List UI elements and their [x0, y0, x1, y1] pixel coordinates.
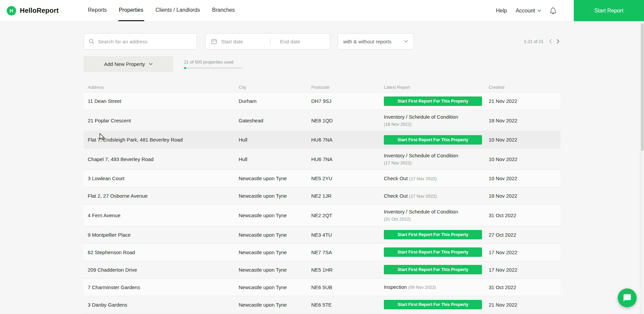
- latest-report-cell: Start First Report For This Property: [384, 132, 486, 148]
- start-first-report-button[interactable]: Start First Report For This Property: [384, 300, 482, 309]
- add-new-property-button[interactable]: Add New Property: [84, 56, 173, 72]
- created-cell: 17 Nov 2022: [489, 263, 560, 277]
- report-name: Check Out: [384, 175, 408, 181]
- brand-name: HelloReport: [20, 7, 59, 14]
- table-row[interactable]: 21 Poplar Crescent Gateshead NE8 1QD Inv…: [84, 110, 560, 131]
- nav-right-group: Help Account Start Report: [496, 0, 644, 21]
- brand[interactable]: H HelloReport: [0, 0, 59, 21]
- chat-widget-button[interactable]: [618, 288, 637, 307]
- table-row[interactable]: 209 Chadderton Drive Newcastle upon Tyne…: [84, 261, 560, 278]
- nav-item-branches[interactable]: Branches: [211, 0, 236, 21]
- pagination-count: 1-21 of 21: [524, 39, 544, 44]
- column-header-city: City: [239, 85, 311, 90]
- latest-report-cell: Inventory / Schedule of Condition (18 No…: [384, 110, 486, 131]
- city-cell: Newcastle upon Tyne: [239, 245, 311, 259]
- latest-report-cell: Start First Report For This Property: [384, 262, 486, 278]
- nav-item-properties[interactable]: Properties: [118, 0, 144, 21]
- postcode-cell: HU6 7NA: [311, 152, 384, 166]
- postcode-cell: NE5 1HR: [311, 263, 384, 277]
- vertical-scrollbar[interactable]: [640, 22, 644, 314]
- search-input[interactable]: [98, 39, 192, 44]
- created-cell: 18 Nov 2022: [489, 114, 560, 127]
- created-cell: 18 Nov 2022: [489, 189, 560, 203]
- search-icon: [89, 39, 94, 44]
- table-row[interactable]: 3 Danby Gardens Newcastle upon Tyne NE6 …: [84, 296, 560, 313]
- nav-item-clients-landlords[interactable]: Clients / Landlords: [155, 0, 201, 21]
- start-report-button[interactable]: Start Report: [574, 0, 644, 21]
- created-cell: 10 Nov 2022: [489, 171, 560, 185]
- date-range-picker[interactable]: Start date | End date: [205, 33, 330, 49]
- start-first-report-button[interactable]: Start First Report For This Property: [384, 135, 482, 145]
- report-date: (17 Nov 2022): [384, 160, 411, 165]
- account-menu[interactable]: Account: [516, 8, 541, 14]
- chevron-down-icon: [404, 40, 408, 43]
- start-date-field[interactable]: Start date: [221, 39, 266, 44]
- postcode-cell: HU6 7NA: [311, 133, 384, 147]
- address-cell: 3 Danby Gardens: [88, 298, 239, 312]
- postcode-cell: DH7 9SJ: [311, 94, 384, 108]
- table-row[interactable]: Chapel 7, 493 Beverley Road Hull HU6 7NA…: [84, 148, 560, 169]
- report-date: (18 Nov 2022): [384, 122, 411, 127]
- city-cell: Newcastle upon Tyne: [239, 263, 311, 277]
- latest-report-cell: Check Out (17 Nov 2022): [384, 189, 486, 203]
- table-row[interactable]: 7 Charminster Gardens Newcastle upon Tyn…: [84, 278, 560, 296]
- table-row[interactable]: 3 Lowlean Court Newcastle upon Tyne NE5 …: [84, 169, 560, 187]
- nav-item-reports[interactable]: Reports: [87, 0, 108, 21]
- table-row[interactable]: Flat 7, Endsleigh Park, 481 Beverley Roa…: [84, 131, 560, 148]
- report-date: (17 Nov 2022): [409, 194, 437, 199]
- notification-bell-icon[interactable]: [550, 7, 556, 14]
- top-navbar: H HelloReport Reports Properties Clients…: [0, 0, 644, 22]
- add-new-property-label: Add New Property: [104, 61, 145, 67]
- postcode-cell: NE6 5UB: [311, 280, 384, 294]
- address-cell: 3 Lowlean Court: [88, 171, 239, 185]
- table-row[interactable]: 62 Stephenson Road Newcastle upon Tyne N…: [84, 243, 560, 261]
- usage-progress-track: [184, 67, 242, 69]
- table-row[interactable]: 11 Dean Street Durham DH7 9SJ Start Firs…: [84, 92, 560, 110]
- table-header: Address City Postcode Latest Report Crea…: [84, 82, 560, 92]
- table-row[interactable]: Flat 2, 27 Osborne Avenue Newcastle upon…: [84, 187, 560, 204]
- latest-report-cell: Start First Report For This Property: [384, 93, 486, 109]
- city-cell: Newcastle upon Tyne: [239, 280, 311, 294]
- help-link[interactable]: Help: [496, 8, 507, 14]
- column-header-address: Address: [88, 85, 239, 90]
- end-date-field[interactable]: End date: [275, 39, 324, 44]
- start-first-report-button[interactable]: Start First Report For This Property: [384, 265, 482, 274]
- scrollbar-thumb[interactable]: [641, 23, 644, 151]
- latest-report-cell: Start First Report For This Property: [384, 297, 486, 313]
- usage-text: 21 of 500 properties used: [184, 60, 242, 65]
- start-first-report-button[interactable]: Start First Report For This Property: [384, 230, 482, 239]
- address-cell: 62 Stephenson Road: [88, 245, 239, 259]
- report-name: Inventory / Schedule of Condition: [384, 114, 458, 120]
- address-cell: 21 Poplar Crescent: [88, 114, 239, 127]
- start-first-report-button[interactable]: Start First Report For This Property: [384, 247, 482, 257]
- table-row[interactable]: 4 Fern Avenue Newcastle upon Tyne NE2 2Q…: [84, 204, 560, 226]
- report-name: Inventory / Schedule of Condition: [384, 153, 458, 158]
- postcode-cell: NE8 1QD: [311, 114, 384, 127]
- prev-page-button[interactable]: [548, 38, 553, 44]
- report-name: Check Out: [384, 193, 408, 199]
- created-cell: 31 Oct 2022: [489, 208, 560, 222]
- latest-report-cell: Start First Report For This Property: [384, 227, 486, 243]
- city-cell: Newcastle upon Tyne: [239, 298, 311, 312]
- usage-progress-fill: [184, 67, 186, 69]
- report-date: (17 Nov 2022): [409, 176, 437, 181]
- report-filter-dropdown[interactable]: with & without reports: [337, 33, 414, 49]
- next-page-button[interactable]: [556, 38, 560, 44]
- primary-nav: Reports Properties Clients / Landlords B…: [87, 0, 236, 21]
- latest-report-cell: Check Out (17 Nov 2022): [384, 171, 486, 185]
- table-row[interactable]: 9 Montpellier Place Newcastle upon Tyne …: [84, 226, 560, 243]
- date-divider: |: [270, 38, 271, 45]
- address-cell: Chapel 7, 493 Beverley Road: [88, 152, 239, 166]
- address-search[interactable]: [84, 33, 197, 49]
- property-table-body: 11 Dean Street Durham DH7 9SJ Start Firs…: [84, 92, 560, 314]
- city-cell: Hull: [239, 152, 311, 166]
- start-first-report-button[interactable]: Start First Report For This Property: [384, 96, 482, 106]
- address-cell: 4 Fern Avenue: [88, 208, 239, 222]
- created-cell: 27 Oct 2022: [489, 228, 560, 242]
- created-cell: 17 Nov 2022: [489, 245, 560, 259]
- chevron-right-icon: [557, 39, 560, 44]
- usage-indicator: 21 of 500 properties used: [184, 60, 242, 69]
- postcode-cell: NE3 4TU: [311, 228, 384, 242]
- address-cell: Flat 7, Endsleigh Park, 481 Beverley Roa…: [88, 133, 239, 147]
- main-content: Start date | End date with & without rep…: [84, 33, 560, 314]
